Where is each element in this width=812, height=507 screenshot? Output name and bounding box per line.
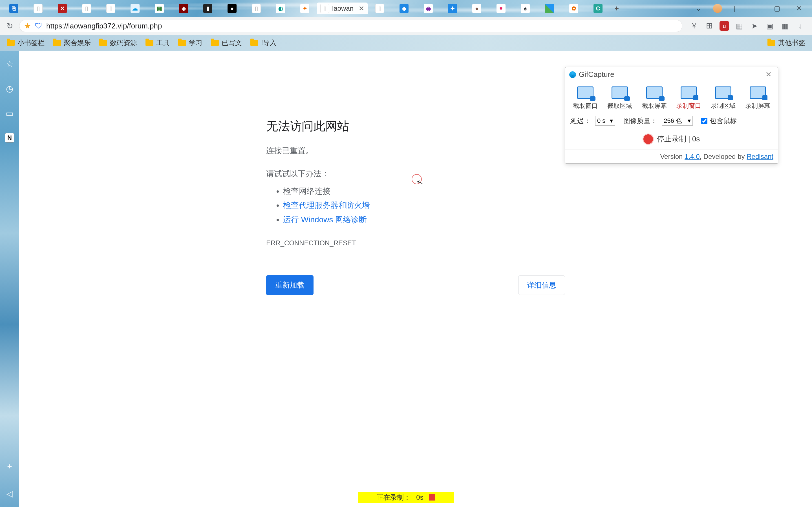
- gifcapture-window[interactable]: GifCapture — ✕ 截取窗口 截取区域 截取屏幕 录制窗口 录制区域 …: [565, 67, 778, 164]
- details-button[interactable]: 详细信息: [518, 276, 565, 295]
- tab-active[interactable]: ▯ laowan ✕: [317, 3, 368, 14]
- mode-label: 截取区域: [607, 102, 632, 110]
- tab-17[interactable]: ◉: [416, 3, 441, 14]
- sidebar-briefcase-icon[interactable]: ▭: [4, 108, 15, 118]
- gifcapture-titlebar[interactable]: GifCapture — ✕: [565, 67, 778, 82]
- tab-8[interactable]: ◈: [171, 3, 196, 14]
- gifcapture-close-button[interactable]: ✕: [763, 70, 774, 79]
- chevron-down-icon: ▾: [610, 117, 613, 124]
- bookmark-star-icon[interactable]: ★: [24, 21, 31, 31]
- site-shield-icon[interactable]: 🛡: [35, 22, 42, 31]
- bookmark-folder-6[interactable]: 已写文: [211, 38, 242, 47]
- include-mouse-checkbox[interactable]: [701, 118, 707, 124]
- folder-icon: [7, 40, 15, 46]
- bookmark-folder-2[interactable]: 聚合娱乐: [53, 38, 91, 47]
- gifcapture-logo-icon: [569, 71, 576, 78]
- chevron-down-icon: ▾: [688, 117, 691, 124]
- tab-24[interactable]: C: [586, 3, 610, 14]
- gifcapture-title: GifCapture: [579, 70, 747, 79]
- mode-record-region[interactable]: 录制区域: [708, 87, 739, 110]
- folder-icon: [53, 40, 61, 46]
- folder-icon: [250, 40, 258, 46]
- tab-23[interactable]: ✿: [562, 3, 586, 14]
- sidebar-star-icon[interactable]: ☆: [4, 59, 15, 69]
- tab-19[interactable]: ●: [465, 3, 489, 14]
- new-tab-button[interactable]: +: [610, 3, 623, 14]
- mode-label: 录制窗口: [676, 102, 701, 110]
- mode-capture-region[interactable]: 截取区域: [604, 87, 635, 110]
- error-diag-link[interactable]: 运行 Windows 网络诊断: [283, 215, 367, 224]
- bookmark-folder-7[interactable]: !导入: [250, 38, 276, 47]
- mode-capture-window[interactable]: 截取窗口: [570, 87, 601, 110]
- window-maximize-button[interactable]: ▢: [770, 3, 784, 14]
- ext-qr2-icon[interactable]: ▦: [734, 21, 744, 31]
- tab-16[interactable]: ◆: [392, 3, 416, 14]
- tab-12[interactable]: ◐: [268, 3, 293, 14]
- bookmark-label: 数码资源: [110, 38, 137, 47]
- mode-capture-screen[interactable]: 截取屏幕: [639, 87, 670, 110]
- reload-page-button[interactable]: 重新加载: [266, 275, 313, 295]
- sidebar-add-icon[interactable]: +: [4, 461, 15, 471]
- tab-9[interactable]: ▮: [196, 3, 220, 14]
- tab-list-icon[interactable]: ⌄: [692, 3, 705, 14]
- gifcapture-minimize-button[interactable]: —: [750, 70, 760, 79]
- tab-20[interactable]: ♥: [489, 3, 513, 14]
- bookmark-label: 已写文: [221, 38, 242, 47]
- tab-close-icon[interactable]: ✕: [359, 4, 364, 12]
- window-minimize-button[interactable]: —: [748, 3, 762, 14]
- mode-record-window[interactable]: 录制窗口: [673, 87, 704, 110]
- tab-13[interactable]: ✦: [293, 3, 317, 14]
- stop-recording-button[interactable]: [429, 494, 435, 501]
- quality-select[interactable]: 256 色▾: [662, 116, 693, 126]
- bookmark-other[interactable]: 其他书签: [767, 38, 805, 47]
- bookmark-folder-4[interactable]: 工具: [146, 38, 170, 47]
- bookmark-folder-3[interactable]: 数码资源: [99, 38, 137, 47]
- developer-link[interactable]: Redisant: [747, 153, 773, 160]
- tab-4[interactable]: ▯: [74, 3, 99, 14]
- record-region-icon: [715, 87, 731, 99]
- stop-record-label: 停止录制 | 0s: [657, 134, 700, 144]
- ext-qr-icon[interactable]: 𐌎: [704, 21, 714, 31]
- tab-10[interactable]: ●: [220, 3, 244, 14]
- dev-prefix: , Developed by: [700, 153, 747, 160]
- ext-panel-icon[interactable]: ▥: [780, 21, 790, 31]
- window-close-button[interactable]: ✕: [792, 3, 806, 14]
- browser-sidebar: ☆ ◷ ▭ N + ◁: [0, 51, 19, 507]
- bookmark-folder-1[interactable]: 小书签栏: [7, 38, 45, 47]
- bookmark-folder-5[interactable]: 学习: [178, 38, 202, 47]
- ext-money-icon[interactable]: ¥: [689, 21, 699, 31]
- tab-1[interactable]: ⎘: [2, 3, 26, 14]
- folder-icon: [99, 40, 107, 46]
- tab-18[interactable]: ✦: [441, 3, 465, 14]
- tab-15[interactable]: ▯: [368, 3, 392, 14]
- gifcapture-record-row[interactable]: 停止录制 | 0s: [565, 128, 778, 150]
- sidebar-notion-icon[interactable]: N: [5, 133, 14, 143]
- sidebar-collapse-icon[interactable]: ◁: [4, 489, 15, 499]
- tab-2[interactable]: ▯: [26, 3, 50, 14]
- capture-screen-icon: [646, 87, 663, 99]
- version-link[interactable]: 1.4.0: [684, 153, 700, 160]
- tab-21[interactable]: ♠: [513, 3, 538, 14]
- record-dot-icon: [644, 134, 653, 144]
- tab-22[interactable]: [538, 3, 562, 14]
- mode-record-screen[interactable]: 录制屏幕: [742, 87, 773, 110]
- tab-6[interactable]: ☁: [123, 3, 147, 14]
- ext-send-icon[interactable]: ➤: [749, 21, 760, 31]
- ext-download-icon[interactable]: ↓: [795, 21, 805, 31]
- tab-5[interactable]: ▯: [99, 3, 123, 14]
- tab-11[interactable]: ▯: [244, 3, 268, 14]
- ext-crop-icon[interactable]: ▣: [765, 21, 775, 31]
- tab-3[interactable]: ✕: [50, 3, 74, 14]
- mode-label: 录制屏幕: [746, 102, 770, 110]
- tab-7[interactable]: ▦: [147, 3, 171, 14]
- sidebar-history-icon[interactable]: ◷: [4, 83, 15, 94]
- ext-ublock-icon[interactable]: u: [719, 21, 729, 31]
- profile-avatar-icon[interactable]: [713, 4, 722, 13]
- gifcapture-modes: 截取窗口 截取区域 截取屏幕 录制窗口 录制区域 录制屏幕: [565, 82, 778, 113]
- delay-select[interactable]: 0 s▾: [595, 116, 615, 126]
- recording-status-bar[interactable]: 正在录制： 0s: [358, 492, 454, 503]
- address-bar[interactable]: ★ 🛡 https://laowangfip372.vip/forum.php: [19, 20, 682, 32]
- error-proxy-link[interactable]: 检查代理服务器和防火墙: [283, 201, 370, 210]
- delay-label: 延迟：: [570, 116, 591, 125]
- reload-button[interactable]: ↻: [4, 21, 15, 31]
